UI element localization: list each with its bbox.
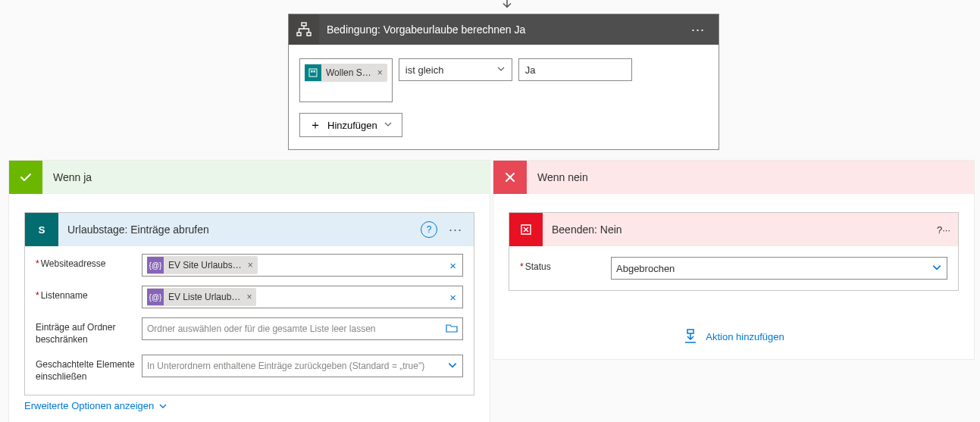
status-label: *Status [520, 257, 611, 274]
folder-limit-label: Einträge auf Ordner beschränken [36, 317, 142, 345]
token-label: Wollen S… [326, 67, 371, 78]
condition-header[interactable]: Bedingung: Vorgabeurlaube berechnen Ja ·… [289, 14, 719, 45]
sp-action-header[interactable]: S Urlaubstage: Einträge abrufen ? ··· [25, 213, 474, 246]
condition-title: Bedingung: Vorgabeurlaube berechnen Ja [327, 23, 687, 36]
insert-action-icon [683, 329, 698, 344]
nested-label: Geschachtelte Elemente einschließen [36, 355, 142, 383]
svg-rect-3 [309, 69, 317, 77]
help-icon[interactable]: ? [421, 221, 437, 238]
condition-operator-select[interactable]: ist gleich [399, 58, 512, 81]
show-advanced-options[interactable]: Erweiterte Optionen anzeigen [24, 400, 168, 411]
status-select[interactable]: Abgebrochen [611, 257, 947, 280]
folder-placeholder: Ordner auswählen oder für die gesamte Li… [147, 324, 376, 334]
flow-arrow-down [500, 0, 514, 13]
condition-body: Wollen S… × ist gleich Ja ＋ Hinzufügen [289, 45, 719, 149]
chevron-down-icon [158, 402, 168, 411]
token-remove[interactable]: × [248, 260, 253, 270]
condition-left-operand[interactable]: Wollen S… × [299, 58, 393, 102]
variable-icon: {@} [147, 289, 164, 305]
svg-rect-2 [307, 33, 311, 36]
terminate-header[interactable]: Beenden: Nein ? ··· [509, 213, 958, 246]
terminate-card: Beenden: Nein ? ··· *Status Abgebrochen [509, 212, 959, 291]
list-name-input[interactable]: {@} EV Liste Urlaub… × × [142, 286, 463, 308]
operator-value: ist gleich [405, 64, 444, 76]
site-address-input[interactable]: {@} EV Site Urlaubs… × × [142, 254, 463, 277]
terminate-title: Beenden: Nein [552, 224, 937, 236]
site-address-label: *Websiteadresse [36, 254, 142, 270]
chevron-down-icon [931, 262, 942, 275]
condition-value-input[interactable]: Ja [518, 58, 632, 81]
condition-icon [289, 14, 319, 45]
condition-value: Ja [525, 64, 536, 76]
add-action-label: Aktion hinzufügen [706, 331, 784, 342]
add-condition-button[interactable]: ＋ Hinzufügen [299, 113, 402, 137]
svg-rect-5 [314, 70, 316, 73]
terminate-icon [509, 213, 543, 246]
check-icon [9, 161, 42, 194]
sharepoint-icon: S [25, 213, 58, 246]
nested-select[interactable]: In Unterordnern enthaltene Einträge zurü… [142, 355, 463, 377]
nested-placeholder: In Unterordnern enthaltene Einträge zurü… [147, 361, 424, 371]
status-value: Abgebrochen [616, 263, 675, 274]
branch-yes: Wenn ja S Urlaubstage: Einträge abrufen … [8, 160, 490, 422]
clear-field-icon[interactable]: × [448, 259, 458, 272]
list-token[interactable]: {@} EV Liste Urlaub… × [147, 288, 256, 306]
svg-rect-4 [311, 70, 313, 73]
branch-yes-header: Wenn ja [9, 161, 490, 194]
svg-rect-7 [687, 330, 694, 333]
svg-rect-1 [297, 33, 301, 36]
branch-no: Wenn nein Beenden: Nein ? ··· *Status Ab… [493, 160, 975, 360]
site-token-label: EV Site Urlaubs… [168, 260, 242, 270]
folder-limit-input[interactable]: Ordner auswählen oder für die gesamte Li… [142, 317, 463, 340]
clear-field-icon[interactable]: × [448, 291, 458, 304]
close-icon [493, 161, 527, 194]
list-name-label: *Listenname [36, 286, 142, 302]
svg-rect-0 [302, 23, 306, 26]
condition-card: Bedingung: Vorgabeurlaube berechnen Ja ·… [288, 14, 719, 150]
token-remove[interactable]: × [377, 67, 383, 78]
help-icon[interactable]: ? [937, 224, 942, 236]
chevron-down-icon [384, 120, 393, 131]
folder-picker-icon[interactable] [446, 323, 458, 336]
chevron-down-icon [496, 64, 506, 76]
sharepoint-get-items-card: S Urlaubstage: Einträge abrufen ? ··· *W… [24, 212, 474, 395]
branch-no-header: Wenn nein [493, 161, 974, 194]
site-token[interactable]: {@} EV Site Urlaubs… × [147, 256, 258, 274]
dynamic-token-wollen[interactable]: Wollen S… × [305, 64, 387, 82]
token-remove[interactable]: × [246, 292, 252, 302]
branch-yes-title: Wenn ja [53, 171, 92, 183]
terminate-menu[interactable]: ··· [942, 224, 950, 236]
list-token-label: EV Liste Urlaub… [168, 292, 240, 302]
forms-icon [305, 64, 321, 81]
sp-action-menu[interactable]: ··· [445, 222, 466, 238]
chevron-down-icon [447, 360, 458, 373]
branch-no-title: Wenn nein [537, 171, 588, 183]
condition-menu[interactable]: ··· [687, 22, 709, 38]
plus-icon: ＋ [309, 117, 321, 133]
sp-action-title: Urlaubstage: Einträge abrufen [67, 224, 421, 236]
add-label: Hinzufügen [327, 120, 377, 131]
add-action-link[interactable]: Aktion hinzufügen [509, 329, 959, 344]
variable-icon: {@} [147, 257, 164, 274]
